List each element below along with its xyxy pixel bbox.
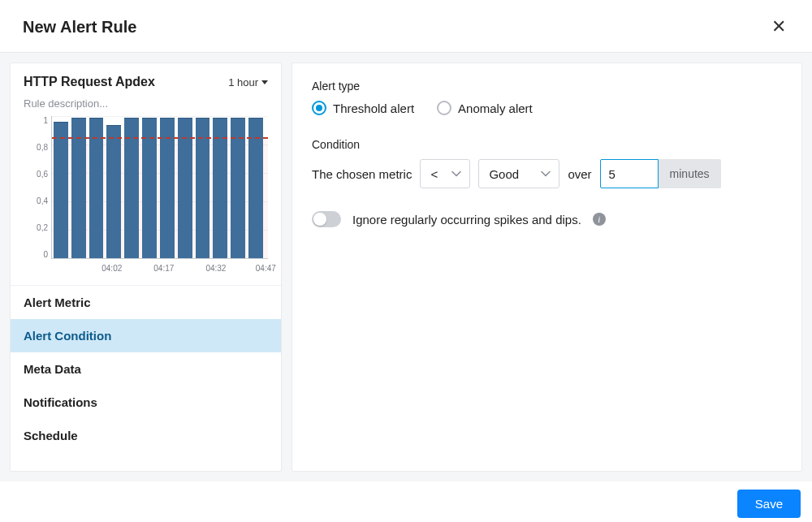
section-nav: Alert MetricAlert ConditionMeta DataNoti… — [11, 285, 281, 452]
condition-label: Condition — [312, 138, 782, 151]
time-range-label: 1 hour — [228, 76, 258, 88]
chart-y-axis: 10,80,60,40,20 — [24, 116, 48, 259]
operator-value: < — [430, 167, 438, 181]
time-range-dropdown[interactable]: 1 hour — [228, 76, 268, 88]
nav-item-schedule[interactable]: Schedule — [11, 419, 281, 452]
close-icon[interactable]: ✕ — [768, 15, 789, 39]
right-panel: Alert type Threshold alert Anomaly alert… — [292, 63, 802, 472]
radio-icon — [312, 101, 326, 115]
chart-bar — [106, 125, 121, 259]
radio-threshold-alert[interactable]: Threshold alert — [312, 101, 414, 115]
save-button[interactable]: Save — [737, 490, 801, 518]
condition-prefix: The chosen metric — [312, 167, 412, 181]
metric-title: HTTP Request Apdex — [24, 75, 155, 89]
rule-description-placeholder[interactable]: Rule description... — [24, 97, 268, 110]
modal-footer: Save — [0, 481, 812, 522]
condition-row: The chosen metric < Good over mi — [312, 159, 782, 188]
duration-input[interactable] — [600, 159, 659, 188]
level-value: Good — [489, 167, 519, 181]
chart-bar — [54, 122, 68, 258]
duration-unit: minutes — [659, 159, 721, 188]
alert-type-label: Alert type — [312, 80, 782, 93]
ignore-spikes-toggle[interactable] — [312, 211, 341, 227]
modal-title: New Alert Rule — [23, 18, 136, 37]
radio-threshold-label: Threshold alert — [333, 101, 414, 115]
nav-item-meta-data[interactable]: Meta Data — [11, 352, 281, 386]
nav-item-alert-condition[interactable]: Alert Condition — [11, 319, 281, 352]
chevron-down-icon — [541, 170, 551, 177]
chevron-down-icon — [261, 80, 268, 84]
radio-icon — [437, 101, 451, 115]
nav-item-notifications[interactable]: Notifications — [11, 386, 281, 419]
apdex-chart: 10,80,60,40,20 04:0204:1704:3204:47 — [24, 116, 268, 278]
over-label: over — [568, 167, 591, 181]
chevron-down-icon — [451, 170, 461, 177]
modal-header: New Alert Rule ✕ — [0, 0, 812, 53]
alert-type-radio-group: Threshold alert Anomaly alert — [312, 101, 782, 115]
chart-plot — [51, 116, 268, 259]
level-select[interactable]: Good — [478, 159, 559, 188]
threshold-line — [52, 137, 268, 139]
chart-x-axis: 04:0204:1704:3204:47 — [51, 264, 268, 278]
left-panel: HTTP Request Apdex 1 hour Rule descripti… — [10, 63, 282, 472]
ignore-spikes-row: Ignore regularly occurring spikes and di… — [312, 211, 782, 227]
radio-anomaly-alert[interactable]: Anomaly alert — [437, 101, 533, 115]
duration-input-group: minutes — [600, 159, 721, 188]
ignore-spikes-label: Ignore regularly occurring spikes and di… — [352, 213, 581, 226]
modal-body: HTTP Request Apdex 1 hour Rule descripti… — [0, 53, 812, 481]
radio-anomaly-label: Anomaly alert — [458, 101, 533, 115]
operator-select[interactable]: < — [420, 159, 470, 188]
nav-item-alert-metric[interactable]: Alert Metric — [11, 286, 281, 319]
info-icon[interactable]: i — [593, 213, 606, 226]
